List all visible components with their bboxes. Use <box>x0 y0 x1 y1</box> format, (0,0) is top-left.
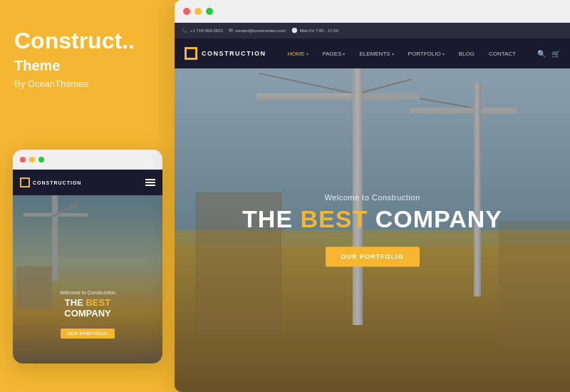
desktop-content: 📞 +1 718-569-2823 ✉ contact@construction… <box>175 23 570 392</box>
nav-item-blog[interactable]: BLOG <box>452 51 482 57</box>
mobile-hero-title: THE BEST COMPANY <box>19 297 157 319</box>
nav-item-elements[interactable]: ELEMENTS ▾ <box>352 51 400 57</box>
desktop-topbar-left: 📞 +1 718-569-2823 ✉ contact@construction… <box>182 28 338 33</box>
desktop-top-bar: 📞 +1 718-569-2823 ✉ contact@construction… <box>175 23 570 38</box>
nav-item-contact[interactable]: CONTACT <box>482 51 523 57</box>
desktop-nav-logo[interactable]: CONSTRUCTION <box>185 47 266 60</box>
theme-subtitle: Theme <box>14 58 160 74</box>
mobile-welcome-text: Welcome to Construction <box>19 290 157 295</box>
mobile-content: CONSTRUCTION Welcome to Construction THE… <box>13 170 162 363</box>
desktop-nav-right: 🔍 🛒 <box>537 50 560 58</box>
chevron-down-icon: ▾ <box>306 51 309 56</box>
mobile-dot-red <box>20 157 26 163</box>
hero-title-the: THE <box>242 205 300 232</box>
topbar-phone: 📞 +1 718-569-2823 <box>182 28 223 33</box>
desktop-nav-items: HOME ▾ PAGES ▾ ELEMENTS ▾ PORTFOLIO ▾ BL… <box>281 51 538 57</box>
mobile-logo-text: CONSTRUCTION <box>33 180 81 185</box>
desktop-dot-yellow <box>195 8 202 15</box>
mobile-hero: Welcome to Construction THE BEST COMPANY… <box>13 195 162 363</box>
mobile-browser-bar <box>13 150 162 170</box>
nav-item-home[interactable]: HOME ▾ <box>281 51 316 57</box>
theme-author: By OceanThemes <box>14 78 160 89</box>
chevron-down-icon: ▾ <box>442 51 445 56</box>
clock-icon: 🕐 <box>291 28 298 33</box>
mobile-title-the: THE <box>65 297 86 308</box>
mobile-dot-green <box>38 157 44 163</box>
hero-title-best: BEST <box>301 205 368 232</box>
mobile-portfolio-button[interactable]: OUR PORTFOLIO <box>61 329 115 339</box>
desktop-nav: CONSTRUCTION HOME ▾ PAGES ▾ ELEMENTS ▾ P… <box>175 38 570 68</box>
nav-item-portfolio[interactable]: PORTFOLIO ▾ <box>401 51 452 57</box>
topbar-email: ✉ contact@construction.com <box>229 28 286 33</box>
mobile-mockup: CONSTRUCTION Welcome to Construction THE… <box>13 150 162 363</box>
phone-icon: 📞 <box>182 28 188 33</box>
mobile-title-company: COMPANY <box>64 308 110 319</box>
desktop-browser-bar <box>175 0 570 23</box>
desktop-logo-icon <box>185 47 197 60</box>
desktop-dot-red <box>183 8 190 15</box>
desktop-hero: Welcome to Construction THE BEST COMPANY… <box>175 68 570 392</box>
desktop-hero-text: Welcome to Construction THE BEST COMPANY… <box>214 193 531 267</box>
desktop-portfolio-button[interactable]: OUR PORTFOLIO <box>326 247 420 267</box>
chevron-down-icon: ▾ <box>392 51 394 56</box>
search-icon[interactable]: 🔍 <box>537 50 546 58</box>
mobile-hamburger-icon[interactable] <box>145 179 155 186</box>
email-icon: ✉ <box>229 28 233 33</box>
desktop-welcome-text: Welcome to Construction <box>214 193 531 202</box>
mobile-logo-icon <box>20 177 30 187</box>
left-panel: Construct.. Theme By OceanThemes CONSTRU… <box>0 0 175 392</box>
nav-item-pages[interactable]: PAGES ▾ <box>316 51 353 57</box>
mobile-dot-yellow <box>29 157 35 163</box>
mobile-logo: CONSTRUCTION <box>20 177 81 187</box>
mobile-hero-text: Welcome to Construction THE BEST COMPANY… <box>13 290 162 339</box>
mobile-title-best: BEST <box>86 297 110 308</box>
chevron-down-icon: ▾ <box>343 51 345 56</box>
cart-icon[interactable]: 🛒 <box>551 50 560 58</box>
hero-title-company: COMPANY <box>375 205 502 232</box>
desktop-dot-green <box>206 8 213 15</box>
mobile-header: CONSTRUCTION <box>13 170 162 195</box>
theme-name: Construct.. <box>14 29 160 53</box>
desktop-hero-title: THE BEST COMPANY <box>214 206 531 232</box>
desktop-logo-text: CONSTRUCTION <box>202 50 266 57</box>
desktop-mockup: 📞 +1 718-569-2823 ✉ contact@construction… <box>175 0 570 392</box>
topbar-hours: 🕐 Mon-Fri 7:00 - 17:00 <box>291 28 338 33</box>
